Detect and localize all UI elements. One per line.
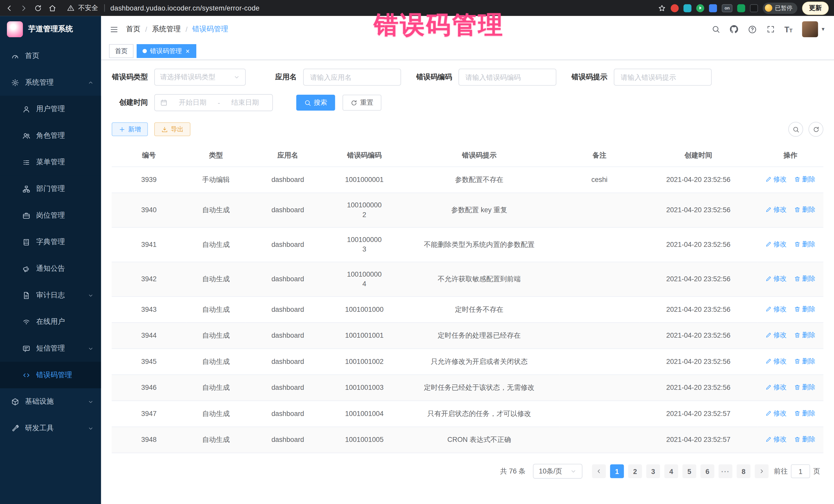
error-msg-input[interactable] — [614, 68, 711, 85]
error-type-select[interactable]: 请选择错误码类型 — [154, 68, 246, 85]
delete-link[interactable]: 删除 — [794, 409, 815, 418]
pagination-page-3[interactable]: 3 — [646, 464, 660, 478]
extension-icon[interactable] — [671, 4, 679, 12]
github-icon[interactable] — [729, 25, 738, 34]
pagination-page-8[interactable]: 8 — [737, 464, 751, 478]
close-icon[interactable]: × — [185, 48, 190, 54]
puzzle-extension-icon[interactable] — [750, 4, 758, 12]
sidebar-item-home[interactable]: 首页 — [0, 43, 101, 69]
page-content: 错误码类型 请选择错误码类型 应用名 错误码编码 错误码提示 — [101, 60, 834, 504]
font-size-icon[interactable]: TT — [785, 25, 793, 33]
edit-link[interactable]: 修改 — [766, 304, 787, 314]
browser-forward-icon[interactable] — [20, 4, 28, 12]
sidebar-item-dict-mgmt[interactable]: 字典管理 — [0, 229, 101, 255]
update-button[interactable]: 更新 — [802, 1, 829, 15]
edit-link[interactable]: 修改 — [766, 382, 787, 392]
delete-link[interactable]: 删除 — [794, 205, 815, 214]
extension-icon[interactable] — [684, 4, 692, 12]
pagination-page-6[interactable]: 6 — [701, 464, 715, 478]
edit-link[interactable]: 修改 — [766, 205, 787, 214]
create-time-range-picker[interactable]: 开始日期 - 结束日期 — [154, 94, 273, 111]
cell-id: 3946 — [112, 375, 186, 401]
sidebar-item-notice-mgmt[interactable]: 通知公告 — [0, 255, 101, 282]
app-name-input[interactable] — [303, 68, 401, 85]
sidebar-item-menu-mgmt[interactable]: 菜单管理 — [0, 149, 101, 176]
breadcrumb-item[interactable]: 系统管理 — [152, 24, 181, 34]
edit-link[interactable]: 修改 — [766, 330, 787, 340]
edit-link[interactable]: 修改 — [766, 175, 787, 184]
paused-badge[interactable]: 已暂停 — [763, 2, 797, 14]
bookmark-star-icon[interactable] — [658, 4, 666, 12]
user-menu[interactable]: ▼ — [802, 21, 826, 37]
edit-icon — [766, 276, 772, 282]
goto-suffix: 页 — [813, 466, 820, 476]
refresh-table-button[interactable] — [809, 122, 824, 137]
pagination-page-5[interactable]: 5 — [682, 464, 696, 478]
edit-icon — [766, 436, 772, 443]
error-code-input[interactable] — [459, 68, 556, 85]
extension-icon[interactable] — [737, 4, 745, 12]
fullscreen-icon[interactable] — [766, 25, 775, 34]
sidebar-item-infrastructure[interactable]: 基础设施 — [0, 388, 101, 415]
edit-link[interactable]: 修改 — [766, 356, 787, 366]
sidebar-item-error-code-mgmt[interactable]: 错误码管理 — [0, 361, 101, 388]
delete-icon — [794, 358, 800, 365]
pagination-more[interactable]: ··· — [719, 464, 732, 478]
sidebar-item-role-mgmt[interactable]: 角色管理 — [0, 123, 101, 149]
delete-link[interactable]: 删除 — [794, 304, 815, 314]
delete-link[interactable]: 删除 — [794, 382, 815, 392]
export-button[interactable]: 导出 — [154, 123, 191, 136]
browser-back-icon[interactable] — [5, 4, 13, 12]
address-bar[interactable]: 不安全 dashboard.yudao.iocoder.cn/system/er… — [67, 3, 259, 12]
logo-image — [7, 21, 23, 37]
reset-button[interactable]: 重置 — [343, 95, 381, 111]
sidebar-item-post-mgmt[interactable]: 岗位管理 — [0, 202, 101, 229]
tab-home[interactable]: 首页 — [109, 44, 133, 58]
pagination-page-2[interactable]: 2 — [628, 464, 642, 478]
breadcrumb-item[interactable]: 首页 — [126, 24, 140, 34]
page-size-select[interactable]: 10条/页 — [533, 464, 583, 479]
toggle-search-button[interactable] — [788, 122, 803, 137]
delete-link[interactable]: 删除 — [794, 330, 815, 340]
sidebar-item-system-mgmt[interactable]: 系统管理 — [0, 69, 101, 96]
search-button[interactable]: 搜索 — [296, 95, 335, 111]
extension-icon[interactable] — [709, 4, 717, 12]
sidebar-item-label: 用户管理 — [36, 104, 65, 114]
sidebar-item-dept-mgmt[interactable]: 部门管理 — [0, 176, 101, 202]
delete-link[interactable]: 删除 — [794, 356, 815, 366]
help-icon[interactable] — [748, 25, 757, 34]
delete-link[interactable]: 删除 — [794, 175, 815, 184]
goto-page-input[interactable] — [791, 464, 810, 478]
browser-reload-icon[interactable] — [34, 4, 42, 12]
sidebar-item-online-users[interactable]: 在线用户 — [0, 308, 101, 335]
extension-icon[interactable]: on — [722, 4, 732, 12]
delete-link[interactable]: 删除 — [794, 435, 815, 444]
cell-id: 3948 — [112, 427, 186, 453]
filter-group-code: 错误码编码 — [416, 68, 556, 85]
pagination-page-1[interactable]: 1 — [610, 464, 624, 478]
cell-app: dashboard — [246, 375, 330, 401]
sidebar-item-user-mgmt[interactable]: 用户管理 — [0, 96, 101, 123]
delete-link[interactable]: 删除 — [794, 239, 815, 249]
sidebar-item-dev-tools[interactable]: 研发工具 — [0, 415, 101, 442]
breadcrumb-separator: / — [145, 25, 147, 33]
extension-icon[interactable] — [697, 4, 704, 12]
browser-home-icon[interactable] — [48, 4, 57, 12]
search-icon[interactable] — [711, 25, 720, 34]
column-header: 编号 — [112, 144, 186, 167]
next-page-button[interactable] — [755, 464, 769, 478]
tab-error-code-mgmt[interactable]: 错误码管理× — [137, 44, 196, 58]
chevron-down-icon — [88, 398, 94, 404]
delete-link[interactable]: 删除 — [794, 274, 815, 283]
edit-link[interactable]: 修改 — [766, 435, 787, 444]
sidebar-item-audit-log[interactable]: 审计日志 — [0, 282, 101, 309]
app-logo[interactable]: 芋道管理系统 — [0, 16, 101, 43]
add-button[interactable]: 新增 — [112, 123, 148, 136]
edit-link[interactable]: 修改 — [766, 274, 787, 283]
sidebar-item-sms-mgmt[interactable]: 短信管理 — [0, 335, 101, 362]
pagination-page-4[interactable]: 4 — [664, 464, 678, 478]
edit-link[interactable]: 修改 — [766, 409, 787, 418]
edit-link[interactable]: 修改 — [766, 239, 787, 249]
hamburger-icon[interactable] — [110, 25, 118, 34]
prev-page-button[interactable] — [592, 464, 606, 478]
